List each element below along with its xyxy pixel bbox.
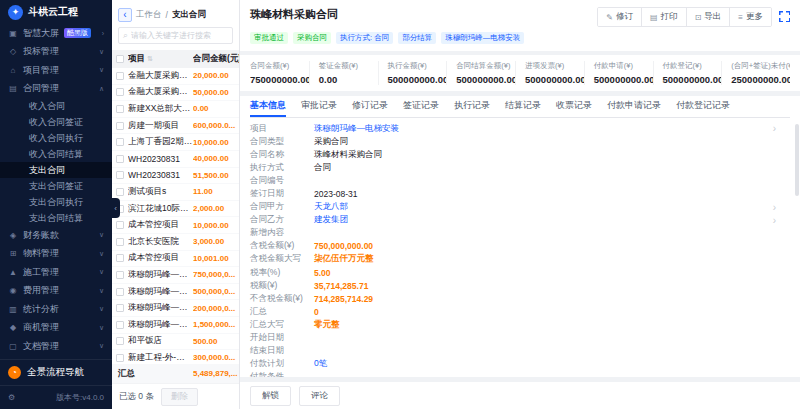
column-header-project: 项目	[128, 53, 145, 63]
row-checkbox[interactable]	[116, 238, 124, 246]
flow-navigation-button[interactable]: ◔ 全景流程导航	[0, 359, 112, 385]
project-row[interactable]: 新建工程-外-测试300,000.0...	[112, 350, 239, 364]
tab-settlement-records[interactable]: 结算记录	[505, 96, 541, 117]
sidebar-item-bidding[interactable]: ◇ 投标管理 ∨	[0, 43, 112, 62]
search-icon: ⌕	[123, 30, 128, 41]
tab-payment-request-records[interactable]: 付款申请记录	[607, 96, 661, 117]
row-checkbox[interactable]	[116, 221, 124, 229]
row-checkbox[interactable]	[116, 122, 124, 130]
project-row[interactable]: 上海丁香园2期改造...10,000.00	[112, 134, 239, 151]
row-checkbox[interactable]	[116, 105, 124, 113]
export-button[interactable]: ⊡导出	[686, 8, 730, 26]
app-title: 斗栱云工程	[28, 5, 78, 19]
sidebar-item-construction[interactable]: ▲ 施工管理 ∨	[0, 263, 112, 282]
tags-row: 审批通过 采购合同 执行方式: 合同 部分结算 珠穆朗玛峰—电梯安装	[250, 32, 790, 44]
sidebar-item-statistics[interactable]: ▥ 统计分析 ∨	[0, 300, 112, 319]
project-row[interactable]: 测试项目s11.00	[112, 184, 239, 201]
sidebar-item-label: 物料管理	[23, 247, 59, 260]
sidebar-item-expense-settle[interactable]: 支出合同结算	[0, 210, 112, 226]
sidebar-item-material[interactable]: ⊞ 物料管理 ∨	[0, 245, 112, 264]
row-checkbox[interactable]	[116, 354, 124, 362]
revise-button[interactable]: ✎修订	[598, 8, 641, 26]
sidebar-item-label: 项目管理	[23, 64, 59, 77]
sidebar-item-income-settle[interactable]: 收入合同结算	[0, 146, 112, 162]
project-row[interactable]: 金融大厦采购项目20,000.00	[112, 68, 239, 85]
tab-invoice-records[interactable]: 收票记录	[556, 96, 592, 117]
row-checkbox[interactable]	[116, 171, 124, 179]
project-row[interactable]: 珠穆朗玛峰—电梯...200,000,0...	[112, 300, 239, 317]
sidebar-item-expense-exec[interactable]: 支出合同执行	[0, 194, 112, 210]
sidebar-item-smart-screen[interactable]: ▣ 智慧大屏 酷黑版 ›	[0, 24, 112, 43]
tab-visa-records[interactable]: 签证记录	[403, 96, 439, 117]
row-checkbox[interactable]	[116, 288, 124, 296]
sidebar-item-contract[interactable]: ▤ 合同管理 ∧	[0, 80, 112, 99]
sidebar-item-expense-mgmt[interactable]: ◉ 费用管理 ∨	[0, 282, 112, 301]
row-checkbox[interactable]	[116, 254, 124, 262]
project-row[interactable]: 珠穆朗玛峰—电梯...1,500,000...	[112, 317, 239, 334]
search-input[interactable]	[131, 31, 228, 40]
sidebar-item-label: 统计分析	[23, 303, 59, 316]
party-a-link[interactable]: 天龙八部	[314, 201, 348, 213]
tab-basic-info[interactable]: 基本信息	[250, 96, 286, 117]
tab-revision-records[interactable]: 修订记录	[352, 96, 388, 117]
select-all-checkbox[interactable]	[116, 55, 124, 63]
comment-button[interactable]: 评论	[299, 386, 340, 406]
project-row[interactable]: 成本管控项目10,001.00	[112, 251, 239, 268]
project-row[interactable]: 珠穆朗玛峰—电梯...750,000,0...	[112, 267, 239, 284]
tab-payment-register-records[interactable]: 付款登记记录	[676, 96, 730, 117]
export-icon: ⊡	[695, 13, 702, 22]
project-row[interactable]: 房建一期项目600,000.0...	[112, 118, 239, 135]
tab-approval-records[interactable]: 审批记录	[301, 96, 337, 117]
sidebar-item-expense-contract[interactable]: 支出合同	[0, 162, 112, 178]
print-button[interactable]: ▤打印	[641, 8, 686, 26]
scrollbar[interactable]	[795, 124, 799, 196]
project-row[interactable]: 北京长安医院3,000.00	[112, 234, 239, 251]
sidebar-item-expense-visa[interactable]: 支出合同签证	[0, 178, 112, 194]
compass-icon: ◔	[8, 366, 21, 379]
sidebar-item-income-visa[interactable]: 收入合同签证	[0, 114, 112, 130]
project-row[interactable]: 新建XX总部大厦工...0.00	[112, 101, 239, 118]
party-b-link[interactable]: 建发集团	[314, 214, 348, 226]
row-checkbox[interactable]	[116, 304, 124, 312]
sidebar-item-income-exec[interactable]: 收入合同执行	[0, 130, 112, 146]
gear-icon[interactable]: ⚙	[8, 393, 15, 402]
payment-plan-link[interactable]: 0笔	[314, 358, 327, 370]
project-row[interactable]: WH2023083140,000.00	[112, 151, 239, 168]
delete-button[interactable]: 删除	[161, 388, 198, 406]
row-checkbox[interactable]	[116, 88, 124, 96]
chevron-right-icon[interactable]: ›	[773, 123, 790, 134]
total-row: 汇总 5,489,879,...	[112, 364, 239, 383]
breadcrumb-root[interactable]: 工作台	[136, 9, 162, 21]
row-checkbox[interactable]	[116, 271, 124, 279]
project-row[interactable]: WH2023083151,500.00	[112, 168, 239, 185]
project-row[interactable]: 成本管控项目10,000.00	[112, 217, 239, 234]
sidebar-item-income-contract[interactable]: 收入合同	[0, 98, 112, 114]
unlock-button[interactable]: 解锁	[250, 386, 291, 406]
sidebar-item-documents[interactable]: ▢ 文档管理 ∨	[0, 337, 112, 356]
sidebar-item-project[interactable]: ⌂ 项目管理 ∨	[0, 61, 112, 80]
project-row[interactable]: 和平饭店500.00	[112, 334, 239, 351]
row-checkbox[interactable]	[116, 188, 124, 196]
tab-exec-records[interactable]: 执行记录	[454, 96, 490, 117]
project-link[interactable]: 珠穆朗玛峰—电梯安装	[314, 123, 399, 135]
sort-icon[interactable]: ⇅	[147, 55, 153, 62]
project-row[interactable]: 珠穆朗玛峰—电梯...500,000,0...	[112, 284, 239, 301]
row-checkbox[interactable]	[116, 72, 124, 80]
more-button[interactable]: ≡更多	[729, 8, 771, 26]
field-end-date: 结束日期	[250, 345, 790, 358]
row-checkbox[interactable]	[116, 337, 124, 345]
chevron-right-icon[interactable]: ›	[773, 202, 790, 213]
project-row[interactable]: 金融大厦采购项目50,000.00	[112, 85, 239, 102]
row-checkbox[interactable]	[116, 155, 124, 163]
fullscreen-button[interactable]	[779, 8, 790, 26]
sidebar-collapse-handle[interactable]: ‹	[111, 198, 120, 218]
sidebar-item-finance[interactable]: ◈ 财务账款 ∨	[0, 226, 112, 245]
row-checkbox[interactable]	[116, 321, 124, 329]
menu-icon: ≡	[738, 13, 743, 22]
back-button[interactable]: ‹	[118, 8, 132, 22]
row-checkbox[interactable]	[116, 138, 124, 146]
sidebar-item-opportunity[interactable]: ◆ 商机管理 ∨	[0, 319, 112, 338]
chevron-right-icon[interactable]: ›	[773, 215, 790, 226]
project-row[interactable]: 滨江花城10际项目-...2,000.00	[112, 201, 239, 218]
breadcrumb: ‹ 工作台 / 支出合同	[112, 0, 239, 27]
